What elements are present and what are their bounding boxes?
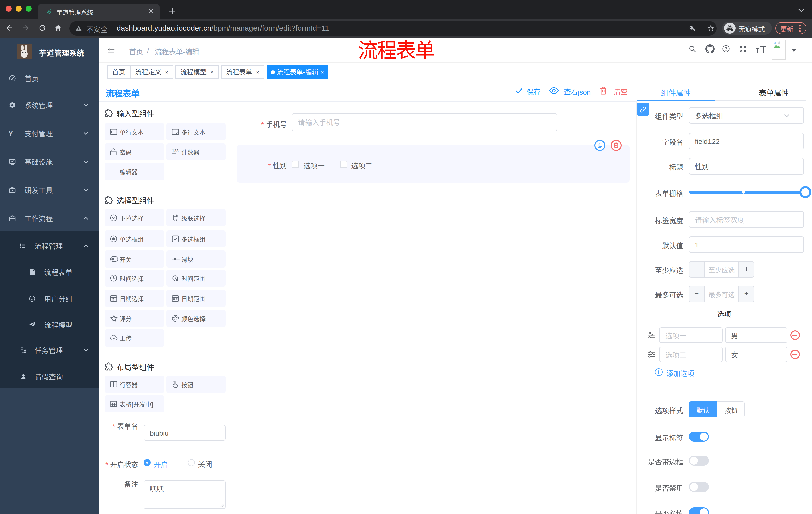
svg-text:123: 123 bbox=[172, 149, 179, 153]
